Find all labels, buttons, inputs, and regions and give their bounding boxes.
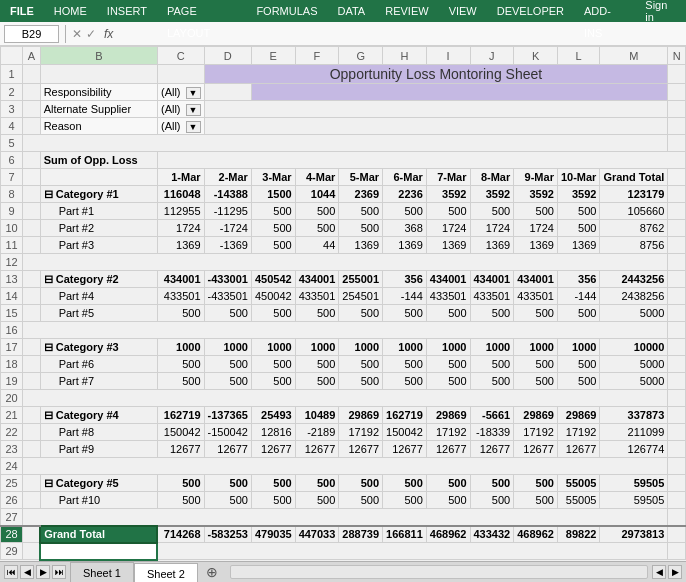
cell-g8[interactable]: 2369 [339,186,383,203]
cell-l9[interactable]: 500 [557,203,599,220]
cell-i26[interactable]: 500 [426,492,470,509]
cell-l22[interactable]: 17192 [557,424,599,441]
cell-n11[interactable] [668,237,686,254]
cell-k15[interactable]: 500 [514,305,558,322]
col-header-n[interactable]: N [668,47,686,65]
cell-i14[interactable]: 433501 [426,288,470,305]
cell-l23[interactable]: 12677 [557,441,599,458]
cell-i9[interactable]: 500 [426,203,470,220]
cell-c23[interactable]: 12677 [157,441,204,458]
cell-n2[interactable] [668,84,686,101]
sheet-tab-2[interactable]: Sheet 2 [134,563,198,583]
cell-l18[interactable]: 500 [557,356,599,373]
cell-m15[interactable]: 5000 [600,305,668,322]
cell-f15[interactable]: 500 [295,305,339,322]
cell-i15[interactable]: 500 [426,305,470,322]
col-header-g[interactable]: G [339,47,383,65]
cell-g15[interactable]: 500 [339,305,383,322]
cell-f19[interactable]: 500 [295,373,339,390]
sheet-nav-prev[interactable]: ◀ [20,565,34,579]
cell-i10[interactable]: 1724 [426,220,470,237]
cell-e9[interactable]: 500 [251,203,295,220]
cell-n19[interactable] [668,373,686,390]
cell-c15[interactable]: 500 [157,305,204,322]
cell-m14[interactable]: 2438256 [600,288,668,305]
cell-a19[interactable] [23,373,41,390]
cell-n26[interactable] [668,492,686,509]
col-header-e[interactable]: E [251,47,295,65]
cell-j8[interactable]: 3592 [470,186,514,203]
cell-b21[interactable]: ⊟ Category #4 [40,407,157,424]
cell-c26[interactable]: 500 [157,492,204,509]
cell-d21[interactable]: -137365 [204,407,251,424]
cell-h11[interactable]: 1369 [383,237,427,254]
tab-insert[interactable]: INSERT [97,0,157,22]
cell-j11[interactable]: 1369 [470,237,514,254]
cell-j26[interactable]: 500 [470,492,514,509]
cell-c17[interactable]: 1000 [157,339,204,356]
cell-b3-alt-supplier[interactable]: Alternate Supplier [40,101,157,118]
col-header-h[interactable]: H [383,47,427,65]
cell-c2-filter[interactable]: (All) ▼ [157,84,204,101]
cell-k23[interactable]: 12677 [514,441,558,458]
cell-k8[interactable]: 3592 [514,186,558,203]
cell-c11[interactable]: 1369 [157,237,204,254]
cell-l14[interactable]: -144 [557,288,599,305]
cell-d18[interactable]: 500 [204,356,251,373]
cell-d14[interactable]: -433501 [204,288,251,305]
cell-e21[interactable]: 25493 [251,407,295,424]
cell-d2[interactable] [204,84,251,101]
cell-n16[interactable] [668,322,686,339]
cell-d23[interactable]: 12677 [204,441,251,458]
cell-a23[interactable] [23,441,41,458]
cell-j14[interactable]: 433501 [470,288,514,305]
cell-a28[interactable] [23,526,41,543]
cell-b13[interactable]: ⊟ Category #2 [40,271,157,288]
cell-c14[interactable]: 433501 [157,288,204,305]
row-header-10[interactable]: 10 [1,220,23,237]
cell-g25[interactable]: 500 [339,475,383,492]
cell-f11[interactable]: 44 [295,237,339,254]
cell-h9[interactable]: 500 [383,203,427,220]
cell-a26[interactable] [23,492,41,509]
cell-a14[interactable] [23,288,41,305]
cell-l13[interactable]: 356 [557,271,599,288]
row-header-21[interactable]: 21 [1,407,23,424]
cell-h19[interactable]: 500 [383,373,427,390]
scroll-right-btn[interactable]: ▶ [668,565,682,579]
cell-m26[interactable]: 59505 [600,492,668,509]
cell-row29-rest[interactable] [157,543,667,560]
tab-developer[interactable]: DEVELOPER [487,0,574,22]
cell-g10[interactable]: 500 [339,220,383,237]
row-header-9[interactable]: 9 [1,203,23,220]
cell-n28[interactable] [668,526,686,543]
responsibility-filter-btn[interactable]: ▼ [186,87,201,99]
cell-f28[interactable]: 447033 [295,526,339,543]
cell-k28[interactable]: 468962 [514,526,558,543]
cell-k14[interactable]: 433501 [514,288,558,305]
cell-k18[interactable]: 500 [514,356,558,373]
cell-i17[interactable]: 1000 [426,339,470,356]
cell-f25[interactable]: 500 [295,475,339,492]
cell-h8[interactable]: 2236 [383,186,427,203]
cell-h28[interactable]: 166811 [383,526,427,543]
cell-h22[interactable]: 150042 [383,424,427,441]
cell-m8[interactable]: 123179 [600,186,668,203]
col-header-b[interactable]: B [40,47,157,65]
cell-l15[interactable]: 500 [557,305,599,322]
cell-f10[interactable]: 500 [295,220,339,237]
cell-n24[interactable] [668,458,686,475]
cell-c13[interactable]: 434001 [157,271,204,288]
cell-b11[interactable]: Part #3 [40,237,157,254]
cell-i8[interactable]: 3592 [426,186,470,203]
cell-n9[interactable] [668,203,686,220]
cell-row5[interactable] [23,135,668,152]
cell-j15[interactable]: 500 [470,305,514,322]
tab-view[interactable]: VIEW [439,0,487,22]
cell-n13[interactable] [668,271,686,288]
cell-a11[interactable] [23,237,41,254]
cell-m18[interactable]: 5000 [600,356,668,373]
cell-n23[interactable] [668,441,686,458]
row-header-5[interactable]: 5 [1,135,23,152]
row-header-2[interactable]: 2 [1,84,23,101]
